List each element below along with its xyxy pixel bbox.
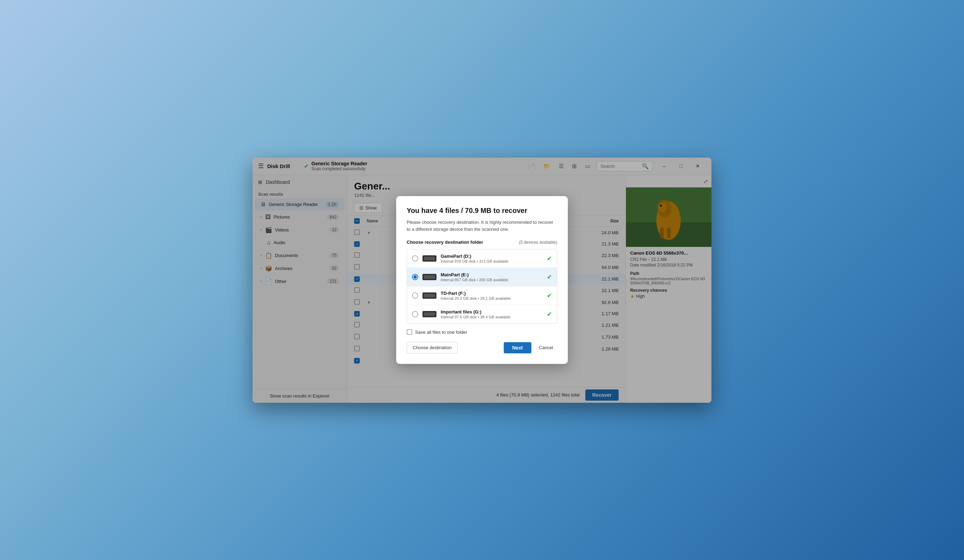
device-check-icon: ✔ (547, 292, 552, 300)
device-check-icon: ✔ (547, 273, 552, 281)
device-sub-mainpart: Internal 857 GB disk • 206 GB available (441, 278, 542, 282)
save-folder-checkbox[interactable] (407, 329, 412, 335)
device-name-important: Important files (G:) (441, 309, 542, 314)
next-button[interactable]: Next (504, 342, 531, 353)
drive-icon-important (422, 311, 436, 317)
drive-icon-tdpart (422, 293, 436, 299)
save-folder-row: Save all files to one folder (407, 329, 557, 335)
modal-section-label: Choose recovery destination folder (407, 239, 483, 245)
device-info-tdpart: TD-Part (F:) Internal 29.2 GB disk • 29.… (441, 291, 542, 301)
device-check-icon: ✔ (547, 310, 552, 318)
save-folder-label: Save all files to one folder (415, 330, 467, 335)
device-info-mainpart: MainPart (E:) Internal 857 GB disk • 206… (441, 272, 542, 282)
device-check-icon: ✔ (547, 255, 552, 262)
drive-icon-gamepart (422, 255, 436, 262)
modal-footer: Choose destination Next Cancel (407, 342, 557, 353)
device-name-tdpart: TD-Part (F:) (441, 291, 542, 296)
device-list: GamePart (D:) Internal 878 GB disk • 313… (407, 249, 557, 324)
device-option-important[interactable]: Important files (G:) Internal 97.6 GB di… (407, 305, 557, 323)
device-sub-gamepart: Internal 878 GB disk • 313 GB available (441, 259, 542, 264)
radio-important[interactable] (412, 311, 418, 317)
devices-available: (5 devices available) (519, 240, 557, 245)
device-info-important: Important files (G:) Internal 97.6 GB di… (441, 309, 542, 319)
device-option-tdpart[interactable]: TD-Part (F:) Internal 29.2 GB disk • 29.… (407, 287, 557, 305)
modal-description: Please choose recovery destination. It i… (407, 219, 557, 233)
device-sub-tdpart: Internal 29.2 GB disk • 29.1 GB availabl… (441, 296, 542, 301)
modal-overlay: You have 4 files / 70.9 MB to recover Pl… (252, 158, 712, 403)
radio-mainpart[interactable] (412, 274, 418, 280)
device-info-gamepart: GamePart (D:) Internal 878 GB disk • 313… (441, 254, 542, 264)
cancel-button[interactable]: Cancel (535, 342, 557, 353)
device-name-mainpart: MainPart (E:) (441, 272, 542, 277)
modal-title: You have 4 files / 70.9 MB to recover (407, 207, 557, 215)
device-option-gamepart[interactable]: GamePart (D:) Internal 878 GB disk • 313… (407, 249, 557, 268)
recovery-modal: You have 4 files / 70.9 MB to recover Pl… (396, 196, 568, 364)
choose-destination-button[interactable]: Choose destination (407, 342, 458, 353)
device-sub-important: Internal 97.6 GB disk • 38.4 GB availabl… (441, 315, 542, 319)
device-option-mainpart[interactable]: MainPart (E:) Internal 857 GB disk • 206… (407, 268, 557, 287)
radio-gamepart[interactable] (412, 255, 418, 262)
radio-tdpart[interactable] (412, 293, 418, 299)
device-name-gamepart: GamePart (D:) (441, 254, 542, 259)
app-window: ☰ Disk Drill ✔ Generic Storage Reader Sc… (252, 158, 712, 403)
drive-icon-mainpart (422, 274, 436, 280)
